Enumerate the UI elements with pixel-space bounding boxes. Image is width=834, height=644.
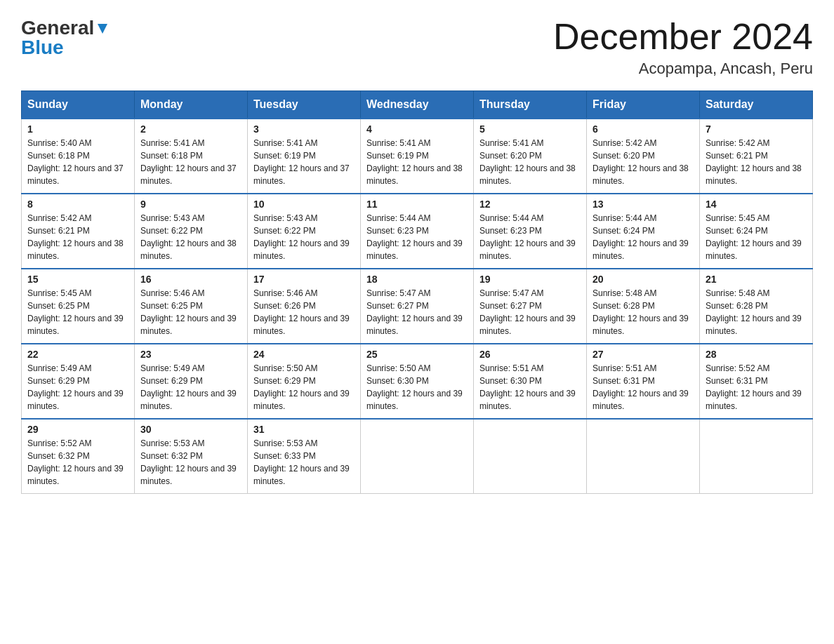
day-number: 21 <box>706 274 807 285</box>
day-number: 9 <box>140 199 241 210</box>
day-info: Sunrise: 5:48 AM Sunset: 6:28 PM Dayligh… <box>593 287 694 337</box>
day-info: Sunrise: 5:49 AM Sunset: 6:29 PM Dayligh… <box>140 362 241 412</box>
calendar-week-row: 22 Sunrise: 5:49 AM Sunset: 6:29 PM Dayl… <box>22 344 813 419</box>
calendar-cell: 5 Sunrise: 5:41 AM Sunset: 6:20 PM Dayli… <box>474 119 587 194</box>
day-number: 26 <box>479 349 581 360</box>
day-number: 5 <box>479 123 581 135</box>
day-info: Sunrise: 5:44 AM Sunset: 6:23 PM Dayligh… <box>479 212 581 262</box>
day-number: 16 <box>140 274 241 285</box>
calendar-header-monday: Monday <box>135 91 248 119</box>
day-info: Sunrise: 5:43 AM Sunset: 6:22 PM Dayligh… <box>140 212 241 262</box>
page-header: General Blue December 2024 Acopampa, Anc… <box>21 17 813 78</box>
calendar-week-row: 1 Sunrise: 5:40 AM Sunset: 6:18 PM Dayli… <box>22 119 813 194</box>
calendar-header-tuesday: Tuesday <box>248 91 361 119</box>
calendar-header-sunday: Sunday <box>22 91 135 119</box>
day-info: Sunrise: 5:44 AM Sunset: 6:23 PM Dayligh… <box>366 212 468 262</box>
calendar-cell: 2 Sunrise: 5:41 AM Sunset: 6:18 PM Dayli… <box>135 119 248 194</box>
day-info: Sunrise: 5:51 AM Sunset: 6:30 PM Dayligh… <box>479 362 581 412</box>
day-number: 19 <box>479 274 581 285</box>
calendar-cell <box>361 419 474 494</box>
day-number: 14 <box>706 199 807 210</box>
logo: General Blue <box>21 17 110 59</box>
day-number: 1 <box>27 123 128 135</box>
day-info: Sunrise: 5:46 AM Sunset: 6:25 PM Dayligh… <box>140 287 241 337</box>
day-info: Sunrise: 5:46 AM Sunset: 6:26 PM Dayligh… <box>253 287 355 337</box>
day-number: 15 <box>27 274 128 285</box>
calendar-cell: 12 Sunrise: 5:44 AM Sunset: 6:23 PM Dayl… <box>474 194 587 269</box>
day-info: Sunrise: 5:40 AM Sunset: 6:18 PM Dayligh… <box>27 137 128 187</box>
calendar-cell: 25 Sunrise: 5:50 AM Sunset: 6:30 PM Dayl… <box>361 344 474 419</box>
calendar-week-row: 29 Sunrise: 5:52 AM Sunset: 6:32 PM Dayl… <box>22 419 813 494</box>
calendar-cell: 6 Sunrise: 5:42 AM Sunset: 6:20 PM Dayli… <box>587 119 700 194</box>
calendar-header-wednesday: Wednesday <box>361 91 474 119</box>
svg-marker-0 <box>98 24 107 34</box>
calendar-cell: 16 Sunrise: 5:46 AM Sunset: 6:25 PM Dayl… <box>135 269 248 344</box>
calendar-cell: 30 Sunrise: 5:53 AM Sunset: 6:32 PM Dayl… <box>135 419 248 494</box>
day-info: Sunrise: 5:41 AM Sunset: 6:19 PM Dayligh… <box>366 137 468 187</box>
logo-blue-text: Blue <box>21 36 64 59</box>
calendar-cell: 9 Sunrise: 5:43 AM Sunset: 6:22 PM Dayli… <box>135 194 248 269</box>
day-info: Sunrise: 5:48 AM Sunset: 6:28 PM Dayligh… <box>706 287 807 337</box>
calendar-header-friday: Friday <box>587 91 700 119</box>
day-number: 11 <box>366 199 468 210</box>
calendar-cell: 15 Sunrise: 5:45 AM Sunset: 6:25 PM Dayl… <box>22 269 135 344</box>
day-number: 3 <box>253 123 355 135</box>
day-info: Sunrise: 5:50 AM Sunset: 6:30 PM Dayligh… <box>366 362 468 412</box>
day-number: 7 <box>706 123 807 135</box>
calendar-cell: 1 Sunrise: 5:40 AM Sunset: 6:18 PM Dayli… <box>22 119 135 194</box>
calendar-cell: 3 Sunrise: 5:41 AM Sunset: 6:19 PM Dayli… <box>248 119 361 194</box>
calendar-cell: 18 Sunrise: 5:47 AM Sunset: 6:27 PM Dayl… <box>361 269 474 344</box>
calendar-cell: 10 Sunrise: 5:43 AM Sunset: 6:22 PM Dayl… <box>248 194 361 269</box>
calendar-week-row: 8 Sunrise: 5:42 AM Sunset: 6:21 PM Dayli… <box>22 194 813 269</box>
calendar-cell <box>474 419 587 494</box>
day-info: Sunrise: 5:52 AM Sunset: 6:31 PM Dayligh… <box>706 362 807 412</box>
day-info: Sunrise: 5:42 AM Sunset: 6:21 PM Dayligh… <box>27 212 128 262</box>
calendar-cell: 13 Sunrise: 5:44 AM Sunset: 6:24 PM Dayl… <box>587 194 700 269</box>
calendar-cell: 7 Sunrise: 5:42 AM Sunset: 6:21 PM Dayli… <box>700 119 813 194</box>
day-number: 8 <box>27 199 128 210</box>
day-number: 12 <box>479 199 581 210</box>
main-title: December 2024 <box>553 17 813 57</box>
day-number: 18 <box>366 274 468 285</box>
calendar-cell: 26 Sunrise: 5:51 AM Sunset: 6:30 PM Dayl… <box>474 344 587 419</box>
day-info: Sunrise: 5:50 AM Sunset: 6:29 PM Dayligh… <box>253 362 355 412</box>
day-info: Sunrise: 5:43 AM Sunset: 6:22 PM Dayligh… <box>253 212 355 262</box>
calendar-cell: 11 Sunrise: 5:44 AM Sunset: 6:23 PM Dayl… <box>361 194 474 269</box>
day-info: Sunrise: 5:53 AM Sunset: 6:32 PM Dayligh… <box>140 437 241 488</box>
calendar-header-thursday: Thursday <box>474 91 587 119</box>
calendar-header-saturday: Saturday <box>700 91 813 119</box>
day-number: 28 <box>706 349 807 360</box>
day-number: 6 <box>593 123 694 135</box>
day-info: Sunrise: 5:44 AM Sunset: 6:24 PM Dayligh… <box>593 212 694 262</box>
calendar-cell: 14 Sunrise: 5:45 AM Sunset: 6:24 PM Dayl… <box>700 194 813 269</box>
calendar-cell: 21 Sunrise: 5:48 AM Sunset: 6:28 PM Dayl… <box>700 269 813 344</box>
day-number: 17 <box>253 274 355 285</box>
calendar-cell: 24 Sunrise: 5:50 AM Sunset: 6:29 PM Dayl… <box>248 344 361 419</box>
calendar-cell: 19 Sunrise: 5:47 AM Sunset: 6:27 PM Dayl… <box>474 269 587 344</box>
calendar-cell: 29 Sunrise: 5:52 AM Sunset: 6:32 PM Dayl… <box>22 419 135 494</box>
day-info: Sunrise: 5:42 AM Sunset: 6:20 PM Dayligh… <box>593 137 694 187</box>
day-number: 23 <box>140 349 241 360</box>
day-number: 27 <box>593 349 694 360</box>
day-number: 25 <box>366 349 468 360</box>
day-number: 20 <box>593 274 694 285</box>
calendar-cell <box>700 419 813 494</box>
calendar-cell: 17 Sunrise: 5:46 AM Sunset: 6:26 PM Dayl… <box>248 269 361 344</box>
calendar-cell <box>587 419 700 494</box>
day-info: Sunrise: 5:47 AM Sunset: 6:27 PM Dayligh… <box>366 287 468 337</box>
title-section: December 2024 Acopampa, Ancash, Peru <box>553 17 813 78</box>
calendar-header-row: SundayMondayTuesdayWednesdayThursdayFrid… <box>22 91 813 119</box>
day-info: Sunrise: 5:49 AM Sunset: 6:29 PM Dayligh… <box>27 362 128 412</box>
day-info: Sunrise: 5:45 AM Sunset: 6:25 PM Dayligh… <box>27 287 128 337</box>
day-number: 10 <box>253 199 355 210</box>
calendar-cell: 22 Sunrise: 5:49 AM Sunset: 6:29 PM Dayl… <box>22 344 135 419</box>
day-info: Sunrise: 5:47 AM Sunset: 6:27 PM Dayligh… <box>479 287 581 337</box>
day-number: 22 <box>27 349 128 360</box>
calendar-cell: 31 Sunrise: 5:53 AM Sunset: 6:33 PM Dayl… <box>248 419 361 494</box>
day-number: 24 <box>253 349 355 360</box>
day-number: 4 <box>366 123 468 135</box>
calendar-cell: 27 Sunrise: 5:51 AM Sunset: 6:31 PM Dayl… <box>587 344 700 419</box>
day-number: 30 <box>140 424 241 435</box>
day-info: Sunrise: 5:45 AM Sunset: 6:24 PM Dayligh… <box>706 212 807 262</box>
calendar-cell: 8 Sunrise: 5:42 AM Sunset: 6:21 PM Dayli… <box>22 194 135 269</box>
